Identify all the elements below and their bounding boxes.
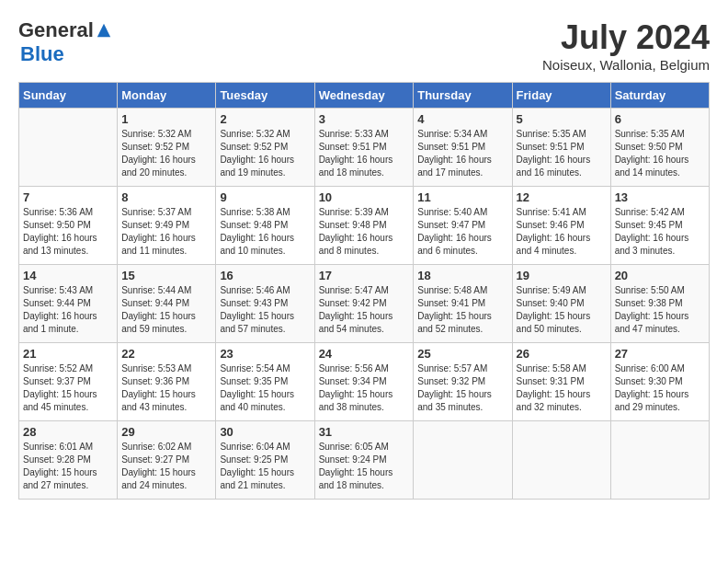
column-header-saturday: Saturday — [610, 83, 709, 109]
calendar-cell — [19, 109, 118, 187]
day-info: Sunrise: 6:02 AM Sunset: 9:27 PM Dayligh… — [121, 441, 211, 492]
day-number: 7 — [23, 190, 113, 204]
calendar-cell: 18Sunrise: 5:48 AM Sunset: 9:41 PM Dayli… — [414, 265, 512, 343]
calendar-cell: 4Sunrise: 5:34 AM Sunset: 9:51 PM Daylig… — [414, 109, 512, 187]
day-number: 19 — [517, 269, 607, 282]
day-number: 31 — [319, 425, 410, 439]
day-number: 22 — [121, 347, 211, 361]
day-info: Sunrise: 6:05 AM Sunset: 9:24 PM Dayligh… — [319, 441, 410, 492]
day-number: 27 — [615, 347, 705, 361]
column-header-thursday: Thursday — [414, 83, 512, 109]
day-info: Sunrise: 5:38 AM Sunset: 9:48 PM Dayligh… — [220, 206, 310, 258]
day-info: Sunrise: 5:50 AM Sunset: 9:38 PM Dayligh… — [615, 284, 705, 336]
day-info: Sunrise: 5:47 AM Sunset: 9:42 PM Dayligh… — [319, 284, 410, 336]
day-number: 13 — [615, 190, 705, 204]
logo: General Blue — [18, 18, 112, 66]
day-number: 15 — [121, 269, 211, 282]
calendar-cell: 1Sunrise: 5:32 AM Sunset: 9:52 PM Daylig… — [118, 109, 216, 187]
svg-marker-0 — [97, 24, 110, 37]
day-number: 26 — [517, 347, 607, 361]
calendar-cell: 25Sunrise: 5:57 AM Sunset: 9:32 PM Dayli… — [414, 343, 512, 421]
day-number: 18 — [417, 269, 507, 282]
day-info: Sunrise: 5:36 AM Sunset: 9:50 PM Dayligh… — [23, 206, 113, 258]
calendar-cell: 22Sunrise: 5:53 AM Sunset: 9:36 PM Dayli… — [118, 343, 216, 421]
day-number: 14 — [23, 269, 113, 282]
day-info: Sunrise: 5:42 AM Sunset: 9:45 PM Dayligh… — [615, 206, 705, 258]
calendar-cell: 28Sunrise: 6:01 AM Sunset: 9:28 PM Dayli… — [19, 421, 118, 500]
calendar-cell: 26Sunrise: 5:58 AM Sunset: 9:31 PM Dayli… — [512, 343, 610, 421]
day-info: Sunrise: 5:57 AM Sunset: 9:32 PM Dayligh… — [417, 362, 507, 414]
day-number: 6 — [615, 112, 705, 126]
column-header-tuesday: Tuesday — [216, 83, 314, 109]
day-number: 30 — [220, 425, 310, 439]
column-header-monday: Monday — [118, 83, 216, 109]
calendar-cell: 30Sunrise: 6:04 AM Sunset: 9:25 PM Dayli… — [216, 421, 314, 500]
day-number: 23 — [220, 347, 310, 361]
calendar-cell: 10Sunrise: 5:39 AM Sunset: 9:48 PM Dayli… — [314, 187, 414, 265]
day-number: 5 — [517, 112, 607, 126]
day-info: Sunrise: 5:54 AM Sunset: 9:35 PM Dayligh… — [220, 362, 310, 414]
calendar-cell: 8Sunrise: 5:37 AM Sunset: 9:49 PM Daylig… — [118, 187, 216, 265]
day-info: Sunrise: 5:34 AM Sunset: 9:51 PM Dayligh… — [417, 128, 507, 179]
day-info: Sunrise: 5:39 AM Sunset: 9:48 PM Dayligh… — [319, 206, 410, 258]
calendar-cell: 3Sunrise: 5:33 AM Sunset: 9:51 PM Daylig… — [314, 109, 414, 187]
calendar-cell: 12Sunrise: 5:41 AM Sunset: 9:46 PM Dayli… — [512, 187, 610, 265]
day-info: Sunrise: 5:32 AM Sunset: 9:52 PM Dayligh… — [220, 128, 310, 179]
day-info: Sunrise: 5:35 AM Sunset: 9:51 PM Dayligh… — [517, 128, 607, 179]
day-number: 20 — [615, 269, 705, 282]
calendar-cell: 7Sunrise: 5:36 AM Sunset: 9:50 PM Daylig… — [19, 187, 118, 265]
calendar-cell: 11Sunrise: 5:40 AM Sunset: 9:47 PM Dayli… — [414, 187, 512, 265]
day-number: 12 — [517, 190, 607, 204]
month-title: July 2024 — [542, 18, 710, 57]
column-header-sunday: Sunday — [19, 83, 118, 109]
calendar-cell: 23Sunrise: 5:54 AM Sunset: 9:35 PM Dayli… — [216, 343, 314, 421]
day-number: 16 — [220, 269, 310, 282]
day-number: 1 — [121, 112, 211, 126]
calendar-cell: 31Sunrise: 6:05 AM Sunset: 9:24 PM Dayli… — [314, 421, 414, 500]
day-info: Sunrise: 6:00 AM Sunset: 9:30 PM Dayligh… — [615, 362, 705, 414]
day-number: 10 — [319, 190, 410, 204]
day-info: Sunrise: 5:56 AM Sunset: 9:34 PM Dayligh… — [319, 362, 410, 414]
calendar-cell — [512, 421, 610, 500]
day-number: 28 — [23, 425, 113, 439]
logo-general-text: General — [18, 18, 94, 42]
day-number: 9 — [220, 190, 310, 204]
day-info: Sunrise: 5:41 AM Sunset: 9:46 PM Dayligh… — [517, 206, 607, 258]
title-block: July 2024 Noiseux, Wallonia, Belgium — [542, 18, 710, 73]
day-info: Sunrise: 5:40 AM Sunset: 9:47 PM Dayligh… — [417, 206, 507, 258]
day-number: 3 — [319, 112, 410, 126]
page-header: General Blue July 2024 Noiseux, Wallonia… — [18, 18, 710, 73]
day-info: Sunrise: 5:37 AM Sunset: 9:49 PM Dayligh… — [121, 206, 211, 258]
day-info: Sunrise: 5:49 AM Sunset: 9:40 PM Dayligh… — [517, 284, 607, 336]
logo-blue-text: Blue — [20, 42, 64, 65]
location: Noiseux, Wallonia, Belgium — [542, 57, 710, 73]
day-number: 8 — [121, 190, 211, 204]
day-number: 24 — [319, 347, 410, 361]
day-info: Sunrise: 5:53 AM Sunset: 9:36 PM Dayligh… — [121, 362, 211, 414]
calendar-cell: 15Sunrise: 5:44 AM Sunset: 9:44 PM Dayli… — [118, 265, 216, 343]
day-info: Sunrise: 5:44 AM Sunset: 9:44 PM Dayligh… — [121, 284, 211, 336]
day-info: Sunrise: 5:43 AM Sunset: 9:44 PM Dayligh… — [23, 284, 113, 336]
day-info: Sunrise: 6:04 AM Sunset: 9:25 PM Dayligh… — [220, 441, 310, 492]
calendar-cell: 27Sunrise: 6:00 AM Sunset: 9:30 PM Dayli… — [610, 343, 709, 421]
day-info: Sunrise: 5:35 AM Sunset: 9:50 PM Dayligh… — [615, 128, 705, 179]
calendar-cell: 2Sunrise: 5:32 AM Sunset: 9:52 PM Daylig… — [216, 109, 314, 187]
calendar-cell: 17Sunrise: 5:47 AM Sunset: 9:42 PM Dayli… — [314, 265, 414, 343]
day-info: Sunrise: 6:01 AM Sunset: 9:28 PM Dayligh… — [23, 441, 113, 492]
day-number: 25 — [417, 347, 507, 361]
calendar-cell: 24Sunrise: 5:56 AM Sunset: 9:34 PM Dayli… — [314, 343, 414, 421]
day-number: 11 — [417, 190, 507, 204]
calendar-cell — [414, 421, 512, 500]
day-number: 17 — [319, 269, 410, 282]
column-header-wednesday: Wednesday — [314, 83, 414, 109]
day-info: Sunrise: 5:33 AM Sunset: 9:51 PM Dayligh… — [319, 128, 410, 179]
day-number: 4 — [417, 112, 507, 126]
day-info: Sunrise: 5:58 AM Sunset: 9:31 PM Dayligh… — [517, 362, 607, 414]
calendar-cell: 29Sunrise: 6:02 AM Sunset: 9:27 PM Dayli… — [118, 421, 216, 500]
day-number: 21 — [23, 347, 113, 361]
day-info: Sunrise: 5:32 AM Sunset: 9:52 PM Dayligh… — [121, 128, 211, 179]
calendar-cell: 9Sunrise: 5:38 AM Sunset: 9:48 PM Daylig… — [216, 187, 314, 265]
calendar-cell: 19Sunrise: 5:49 AM Sunset: 9:40 PM Dayli… — [512, 265, 610, 343]
day-info: Sunrise: 5:52 AM Sunset: 9:37 PM Dayligh… — [23, 362, 113, 414]
calendar-cell: 20Sunrise: 5:50 AM Sunset: 9:38 PM Dayli… — [610, 265, 709, 343]
